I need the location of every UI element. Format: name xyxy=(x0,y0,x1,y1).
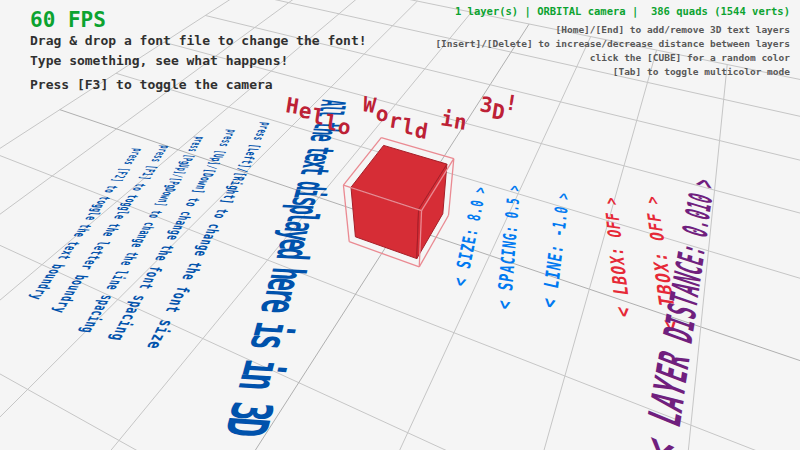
status-bar: 1 layer(s) | ORBITAL camera | 386 quads … xyxy=(455,5,790,17)
svg-text:e: e xyxy=(127,243,147,248)
cube-wire-edge xyxy=(343,185,349,242)
hint-toggle-camera: Press [F3] to toggle the camera xyxy=(30,77,273,92)
svg-text:D: D xyxy=(212,415,282,439)
svg-text:<: < xyxy=(449,276,472,288)
svg-text:y: y xyxy=(49,307,71,314)
svg-text:e: e xyxy=(190,250,211,257)
ground-text-p-size: <SIZE:8.0> xyxy=(449,186,490,289)
svg-text:o: o xyxy=(100,189,119,194)
svg-text:s: s xyxy=(148,158,164,162)
svg-text:e: e xyxy=(302,133,345,142)
fps-counter: 60 FPS xyxy=(30,8,106,32)
svg-text:]: ] xyxy=(109,178,126,182)
svg-text:]: ] xyxy=(189,189,207,194)
app-window: Allthetextdisplayedhereisin3Dpress[Left]… xyxy=(0,0,800,450)
svg-text:e: e xyxy=(142,340,167,350)
svg-text:>: > xyxy=(685,175,722,192)
svg-text:o: o xyxy=(144,214,163,219)
hint-type-something: Type something, see what happens! xyxy=(30,53,288,68)
svg-text:<: < xyxy=(632,429,687,450)
svg-text:l: l xyxy=(309,110,351,119)
svg-text:s: s xyxy=(239,333,300,352)
svg-text:e: e xyxy=(151,255,172,262)
svg-text:o: o xyxy=(128,187,147,192)
svg-text:t: t xyxy=(291,166,338,177)
svg-text:t: t xyxy=(135,283,157,290)
svg-text:s: s xyxy=(121,161,137,165)
cube[interactable] xyxy=(343,138,453,267)
hint-multicolor-mode: [Tab] to toggle multicolor mode xyxy=(613,66,790,77)
svg-text:o: o xyxy=(182,202,202,208)
hint-drag-drop-font: Drag & drop a font file to change the fo… xyxy=(30,33,367,48)
svg-text:y: y xyxy=(26,294,47,300)
svg-text:o: o xyxy=(210,213,229,219)
svg-text:e: e xyxy=(249,298,308,315)
svg-text:e: e xyxy=(163,234,183,240)
svg-text:g: g xyxy=(106,333,130,342)
svg-text:]: ] xyxy=(151,202,170,207)
svg-text:t: t xyxy=(54,254,74,260)
svg-text:<: < xyxy=(611,305,635,318)
hint-add-remove-layers: [Home]/[End] to add/remove 3D text layer… xyxy=(556,24,791,35)
ground-text-p-spacing: <SPACING:0.5> xyxy=(492,184,523,311)
svg-text:d: d xyxy=(266,247,320,262)
svg-text:s: s xyxy=(251,136,268,141)
svg-text:e: e xyxy=(117,260,137,266)
svg-text:r: r xyxy=(77,264,98,270)
ground-text-p-line: <LINE:-1.0> xyxy=(536,191,573,310)
svg-text:]: ] xyxy=(137,176,154,180)
svg-text:e: e xyxy=(178,273,200,281)
svg-text:s: s xyxy=(216,143,232,147)
svg-text:n: n xyxy=(226,371,292,392)
cube-wire-edge xyxy=(449,159,454,216)
svg-text:>: > xyxy=(553,191,573,201)
svg-text:g: g xyxy=(77,326,99,333)
hint-cube-random-color: click the [CUBE] for a random color xyxy=(590,52,790,63)
svg-text:e: e xyxy=(70,232,90,237)
svg-text:>: > xyxy=(469,186,489,195)
ground-text-p-lbox: <LBOX:OFF> xyxy=(600,196,635,318)
svg-text:e: e xyxy=(99,232,119,237)
svg-text:e: e xyxy=(81,216,101,221)
svg-text:s: s xyxy=(185,148,201,152)
svg-text:]: ] xyxy=(217,198,236,204)
hint-layer-distance: [Insert]/[Delete] to increase/decrease d… xyxy=(435,38,790,49)
svg-text:<: < xyxy=(492,299,516,311)
ground-text-info-main: Allthetextdisplayedhereisin3D xyxy=(212,99,354,439)
svg-text:>: > xyxy=(600,196,621,205)
svg-text:t: t xyxy=(161,305,185,314)
svg-text:>: > xyxy=(642,195,664,205)
svg-text:e: e xyxy=(102,284,123,290)
svg-text:<: < xyxy=(536,296,561,310)
svg-text:e: e xyxy=(110,214,130,219)
